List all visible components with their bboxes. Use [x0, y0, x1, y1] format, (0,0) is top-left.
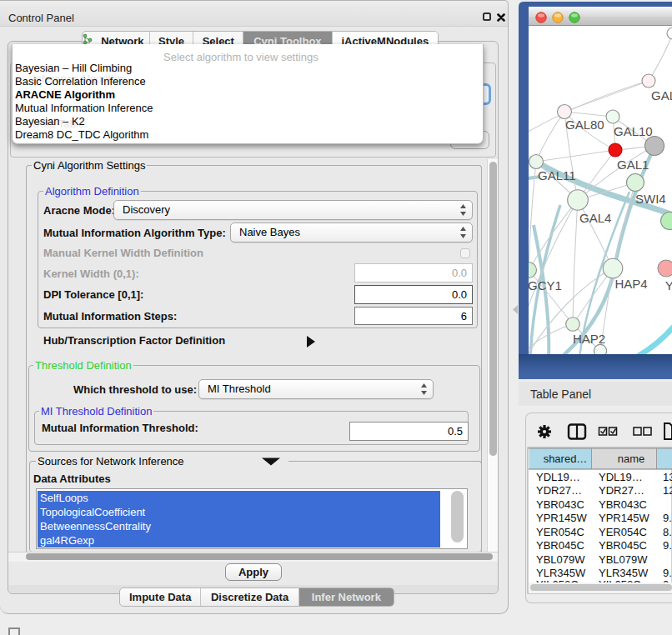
svg-text:YER054C: YER054C	[536, 526, 584, 538]
svg-text:9.: 9.	[663, 539, 672, 552]
svg-text:YBR043C: YBR043C	[599, 498, 647, 511]
svg-text:YLR345W: YLR345W	[536, 567, 586, 579]
svg-text:HAP4: HAP4	[615, 277, 648, 291]
svg-text:13: 13	[663, 471, 672, 483]
svg-text:GAL4: GAL4	[579, 211, 611, 225]
svg-text:YDR27…: YDR27…	[599, 484, 644, 497]
svg-text:GAL11: GAL11	[538, 168, 576, 182]
svg-text:HAP2: HAP2	[573, 332, 605, 346]
svg-text:YBL079W: YBL079W	[599, 553, 648, 566]
svg-text:9.: 9.	[663, 567, 672, 579]
svg-text:GAL80: GAL80	[565, 118, 604, 132]
svg-text:9.: 9.	[663, 512, 672, 524]
svg-text:SWI4: SWI4	[635, 192, 666, 206]
svg-text:12: 12	[663, 484, 672, 497]
svg-text:GAL1: GAL1	[617, 158, 649, 172]
svg-text:YBR045C: YBR045C	[536, 539, 584, 552]
svg-text:name: name	[618, 452, 645, 465]
svg-text:shared…: shared…	[544, 452, 588, 465]
svg-text:GCY1: GCY1	[528, 278, 562, 292]
svg-text:YLR345W: YLR345W	[599, 567, 649, 579]
svg-text:YBR045C: YBR045C	[599, 539, 647, 552]
svg-text:YBR043C: YBR043C	[536, 498, 584, 511]
svg-text:GAL: GAL	[651, 88, 672, 102]
svg-text:8.: 8.	[663, 526, 672, 538]
svg-text:YER054C: YER054C	[599, 526, 647, 538]
svg-text:YPR145W: YPR145W	[599, 512, 649, 524]
svg-text:Y: Y	[665, 278, 672, 292]
svg-text:YDR27…: YDR27…	[536, 484, 582, 497]
svg-text:GAL10: GAL10	[614, 124, 653, 138]
svg-text:YDL19…: YDL19…	[599, 471, 643, 483]
svg-text:YDL19…: YDL19…	[536, 471, 580, 483]
svg-text:YPR145W: YPR145W	[536, 512, 587, 524]
svg-text:YBL079W: YBL079W	[536, 553, 585, 566]
